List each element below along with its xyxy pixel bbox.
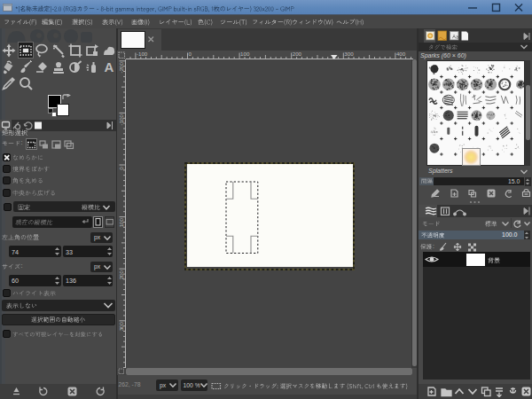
svg-text:A: A xyxy=(104,59,113,74)
